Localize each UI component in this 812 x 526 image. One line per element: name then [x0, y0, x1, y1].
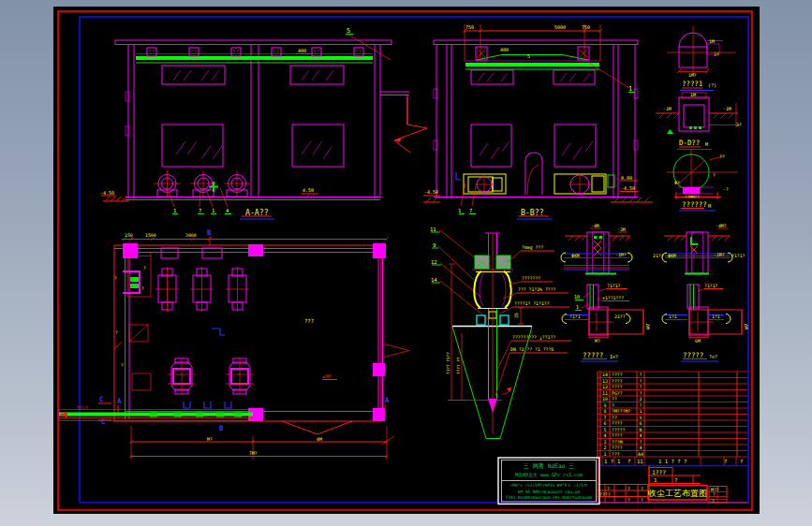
node4-dim: ΔM [744, 324, 748, 329]
plan-pipe-tag: T?!? [77, 405, 88, 411]
node4-pipe: 1?1 [669, 314, 677, 319]
bom-cell-no: 13 [602, 379, 608, 384]
titleblock-cell: ???? [599, 492, 611, 497]
dd-scale: M [705, 141, 708, 147]
node3-pipe: ?1?1 [569, 314, 581, 319]
circle-dim: Φ? [674, 181, 680, 185]
arch-dim: 1M? [688, 73, 697, 78]
center-vdim: ???? ?? [456, 357, 461, 374]
bb-item-tag: 1 [458, 208, 461, 213]
bom-cell-qty: 1 [640, 409, 642, 414]
center-note: ????1? ?1?1?? [514, 301, 550, 306]
stamp-cell: ? [713, 492, 716, 497]
node2-tag: ?1?1? [731, 254, 746, 258]
bom-cell-qty: 9 [640, 416, 642, 420]
titleblock-sub: ? [674, 477, 677, 483]
bom-cell-name: ???? [612, 421, 623, 426]
node2-pipe: ΦKM [668, 254, 676, 258]
node3-callout: 1 [576, 304, 579, 310]
center-note: DN ?2 ?? ?1 ???8 [510, 347, 554, 352]
plan-qmark: ? [143, 266, 146, 270]
bom-cell-qty: 44 [638, 452, 643, 457]
bom-cell-name: ??? [612, 452, 620, 457]
node3-dim: M? [595, 339, 600, 343]
plan-marker-b-bottom: B [219, 424, 224, 432]
bom-cell-name: ???? [612, 433, 623, 438]
bom-footer-cell: 11 [637, 459, 643, 464]
titleblock-cell: ? [607, 487, 610, 491]
bom-cell-qty: 2 [640, 397, 642, 402]
circle-dim: ?? [719, 154, 725, 159]
circle-note: ??MM?? [685, 195, 700, 199]
bom-cell-name: ???? [612, 379, 623, 384]
node4-scale: ?=? [709, 354, 717, 359]
stamp-cell: M?? [711, 488, 719, 492]
bom-cell-no: 3 [604, 440, 607, 445]
node3-title: ????? [583, 351, 603, 359]
drawing-canvas[interactable]: 14?????13?????12?????11PG???10??29??8?M?… [53, 7, 760, 514]
bom-cell-qty: ? [640, 403, 642, 408]
bom-cell-no: 12 [602, 385, 608, 389]
node4-pipe: 1?1 [712, 314, 720, 319]
watermark-line: 6M 95 NMdc9naduuni cau.um [518, 489, 580, 494]
plan-marker-c-top: C [99, 395, 103, 403]
titleblock-cell: ? [641, 498, 643, 503]
bb-dim: 5000 [554, 24, 566, 30]
watermark-line: M齿H9兑生 www.GPs /s3.com [515, 472, 583, 478]
circle-dim: ? [713, 173, 716, 178]
plan-dim: 3000 [185, 233, 197, 238]
view-aa [101, 35, 427, 220]
aa-dim-400: 400 [298, 48, 306, 53]
bom-cell-qty: N [640, 428, 642, 432]
bom-cell-no: 10 [602, 397, 608, 402]
center-dim: 35 [514, 313, 519, 318]
node3-dim: ΔM [645, 324, 650, 329]
center-callout: 12 [431, 259, 437, 265]
aa-view-title: A-A?? [245, 208, 269, 217]
dd-dim: 3? [736, 123, 742, 127]
bb-item-tag: 7 [469, 208, 472, 213]
bom-footer-cell: 1 1 ? ? ? [658, 459, 687, 464]
node2-elev: -4M? [716, 224, 727, 228]
plan-marker-b-top: B [207, 228, 212, 237]
plan-dim: 1500 [145, 233, 156, 238]
aa-elev-right: 4.50 [303, 187, 314, 193]
aa-item-tag: 1 [173, 208, 176, 213]
aa-callout-5: 5 [347, 27, 350, 35]
dd-elev: -1M [723, 107, 731, 111]
dd-dim: 1M [690, 93, 696, 97]
titleblock-cell: ? [627, 487, 630, 491]
bb-callout-right: 1 [628, 85, 632, 93]
bom-footer-cell: ? [740, 459, 743, 464]
view-plan [59, 236, 409, 460]
bom-cell-qty: ? [640, 440, 642, 445]
plan-marker-a-left: A [117, 397, 122, 405]
bom-cell-name: ???? [612, 446, 623, 450]
node1-pipe: ΦKM [571, 254, 580, 258]
bb-elev-left: -4.50 [424, 189, 438, 195]
bom-cell-qty: 4 [640, 446, 642, 450]
node3-callout: 10 [574, 294, 580, 300]
bom-cell-no: 1 [604, 452, 607, 457]
bom-footer-cell: 1 ? [604, 459, 613, 464]
bom-cell-qty: ? [640, 379, 642, 384]
sheet-border [58, 11, 752, 510]
aa-item-tag: 7 [199, 208, 201, 213]
bb-view-title: B-B?? [521, 208, 544, 217]
node3-note: +1??1??? [602, 296, 624, 300]
center-note: ?mag ??? [522, 245, 543, 251]
aa-elev-left: -4.50 [100, 190, 114, 196]
center-note: ??????? [522, 276, 540, 281]
node4-dim: 6M [695, 339, 701, 343]
node4-note: ?1?1? [704, 284, 718, 288]
plan-qmark: ? [121, 363, 124, 368]
plan-qmark: ? [114, 276, 117, 281]
bom-cell-name: ???M [612, 440, 623, 445]
center-callout: 14 [431, 277, 437, 283]
drawing-title: 收尘工艺布置图 [648, 489, 707, 498]
plan-elevation: ±0M [322, 373, 331, 379]
bb-dim-beam: 400 [500, 47, 509, 52]
node1-elev: -3M [617, 227, 626, 232]
arch-scale: (?) [708, 82, 716, 88]
bom-cell-no: 8 [604, 409, 607, 414]
